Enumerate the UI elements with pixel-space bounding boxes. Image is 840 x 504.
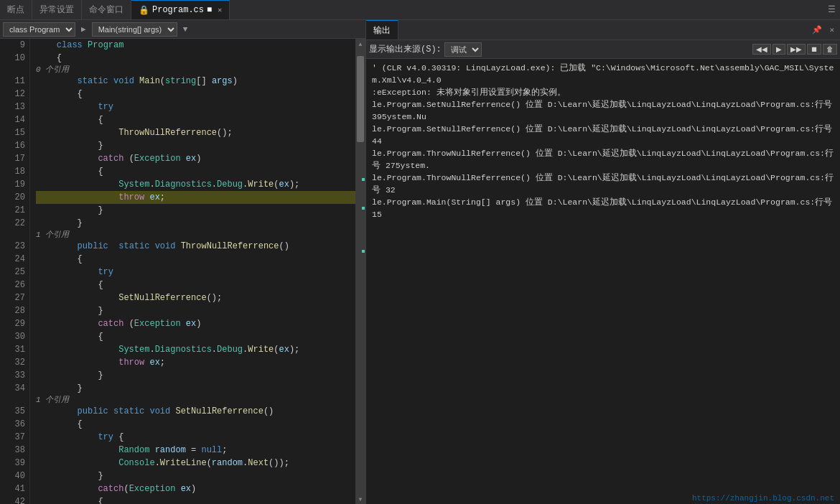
ln-30: 30 <box>0 330 25 343</box>
code-scrollbar[interactable]: ▲ ▼ <box>355 39 365 504</box>
ref-hint-2 <box>0 395 25 405</box>
output-source-select[interactable]: 调试 <box>444 42 482 57</box>
scroll-marker-3 <box>362 250 365 253</box>
code-line-26: { <box>36 279 355 291</box>
ln-31: 31 <box>0 343 25 356</box>
tab-output[interactable]: 输出 <box>366 20 398 39</box>
code-line-39: Console.WriteLine(random.Next()); <box>36 457 355 470</box>
code-panel: class Program ▶ Main(string[] args) ▼ 9 … <box>0 20 366 504</box>
pin-icon[interactable]: 📌 <box>809 24 825 36</box>
ln-11: ▼ 11 <box>0 75 25 88</box>
scroll-marker-2 <box>362 207 365 210</box>
ln-42: 42 <box>0 495 25 504</box>
ln-37: ▼ 37 <box>0 431 25 444</box>
code-line-25: try <box>36 266 355 279</box>
code-content[interactable]: class Program { 0 个引用 static void Main(s… <box>30 39 355 504</box>
scroll-marker-1 <box>362 178 365 181</box>
main-area: class Program ▶ Main(string[] args) ▼ 9 … <box>0 20 840 504</box>
tab-program-cs-close[interactable]: ✕ <box>218 6 222 14</box>
output-line-6: le.Program.Main(String[] args) 位置 D:\Lea… <box>372 196 834 220</box>
output-line-0: ' (CLR v4.0.30319: LinqLayzLoad.exe): 已加… <box>372 62 834 86</box>
code-line-12: { <box>36 88 355 101</box>
tab-command-label: 命令窗口 <box>89 4 123 16</box>
ln-21: 21 <box>0 204 25 217</box>
code-line-41: catch(Exception ex) <box>36 482 355 495</box>
ln-19: 19 <box>0 178 25 191</box>
nav-arrow-icon: ▶ <box>78 23 89 35</box>
code-line-17: catch (Exception ex) <box>36 152 355 165</box>
code-line-13: try <box>36 101 355 113</box>
code-line-33: } <box>36 369 355 382</box>
scroll-down-button[interactable]: ▼ <box>355 494 365 504</box>
ln-35: ▼ 35 <box>0 405 25 418</box>
code-line-42: { <box>36 495 355 504</box>
output-line-1: :eException: 未将对象引用设置到对象的实例。 <box>372 86 834 98</box>
tab-command[interactable]: 命令窗口 <box>82 0 131 19</box>
tab-program-cs[interactable]: 🔒 Program.cs ■ ✕ <box>131 0 230 19</box>
code-line-37: try { <box>36 431 355 444</box>
output-content: ' (CLR v4.0.30319: LinqLayzLoad.exe): 已加… <box>366 59 840 504</box>
ln-9: 9 <box>0 39 25 52</box>
nav-down-icon: ▼ <box>180 24 191 35</box>
ln-16: 16 <box>0 139 25 152</box>
scroll-track[interactable] <box>355 49 365 494</box>
ln-15: 15 <box>0 126 25 139</box>
output-toolbar: 显示输出来源(S): 调试 ◀◀ ▶ ▶▶ ⏹ 🗑 <box>366 40 840 59</box>
ln-13: ▼ 13 <box>0 101 25 113</box>
ln-28: 28 <box>0 304 25 317</box>
output-line-2: le.Program.SetNullReferrence() 位置 D:\Lea… <box>372 98 834 123</box>
ref-hint-1 <box>0 230 25 240</box>
ln-25: ▼ 25 <box>0 266 25 279</box>
output-line-5: le.Program.ThrowNullReferrence() 位置 D:\L… <box>372 172 834 196</box>
ln-27: 27 <box>0 291 25 304</box>
output-clear-btn[interactable]: 🗑 <box>823 44 837 55</box>
scroll-up-button[interactable]: ▲ <box>355 39 365 49</box>
code-line-23: public static void ThrowNullReferrence() <box>36 240 355 253</box>
code-line-28: } <box>36 304 355 317</box>
output-controls: 📌 ✕ <box>809 24 840 36</box>
output-btn-2[interactable]: ▶ <box>773 44 785 55</box>
method-selector[interactable]: Main(string[] args) <box>92 22 177 37</box>
code-line-30: { <box>36 330 355 343</box>
code-line-15: ThrowNullReferrence(); <box>36 126 355 139</box>
code-line-14: { <box>36 113 355 126</box>
tab-pin[interactable]: ☰ <box>823 4 840 15</box>
output-btn-1[interactable]: ◀◀ <box>752 44 771 55</box>
ln-12: 12 <box>0 88 25 101</box>
ln-33: 33 <box>0 369 25 382</box>
output-btn-4[interactable]: ⏹ <box>807 44 821 55</box>
code-line-18: { <box>36 165 355 178</box>
tab-exceptions[interactable]: 异常设置 <box>32 0 82 19</box>
code-toolbar: class Program ▶ Main(string[] args) ▼ <box>0 20 365 39</box>
output-tab-bar: 输出 📌 ✕ <box>366 20 840 40</box>
code-line-31: System.Diagnostics.Debug.Write(ex); <box>36 343 355 356</box>
code-line-38: Random random = null; <box>36 444 355 457</box>
class-selector[interactable]: class Program <box>3 22 75 37</box>
code-line-9: class Program <box>36 39 355 52</box>
code-line-35: public static void SetNullReferrence() <box>36 405 355 418</box>
ln-17: 17 <box>0 152 25 165</box>
tab-breakpoints[interactable]: 断点 <box>0 0 32 19</box>
tab-bar: 断点 异常设置 命令窗口 🔒 Program.cs ■ ✕ ☰ <box>0 0 840 20</box>
ref-hint-line-2: 1 个引用 <box>36 395 355 405</box>
ln-10: 10 <box>0 52 25 65</box>
ln-41: 41 <box>0 482 25 495</box>
ln-36: 36 <box>0 418 25 431</box>
output-panel: 输出 📌 ✕ 显示输出来源(S): 调试 ◀◀ ▶ ▶▶ ⏹ 🗑 ' (CLR … <box>366 20 840 504</box>
output-btn-3[interactable]: ▶▶ <box>787 44 806 55</box>
output-line-4: le.Program.ThrowNullReferrence() 位置 D:\L… <box>372 147 834 172</box>
ln-18: 18 <box>0 165 25 178</box>
tab-exceptions-label: 异常设置 <box>39 4 74 16</box>
code-line-11: static void Main(string[] args) <box>36 75 355 88</box>
code-line-10: { <box>36 52 355 65</box>
code-line-27: SetNullReferrence(); <box>36 291 355 304</box>
ln-39: 39 <box>0 457 25 470</box>
scroll-thumb[interactable] <box>357 56 364 142</box>
code-line-34: } <box>36 382 355 395</box>
ref-hint-line-0: 0 个引用 <box>36 65 355 75</box>
code-line-16: } <box>36 139 355 152</box>
code-line-21: } <box>36 204 355 217</box>
tab-output-label: 输出 <box>373 24 391 37</box>
close-output-icon[interactable]: ✕ <box>826 24 837 36</box>
ln-24: 24 <box>0 253 25 266</box>
